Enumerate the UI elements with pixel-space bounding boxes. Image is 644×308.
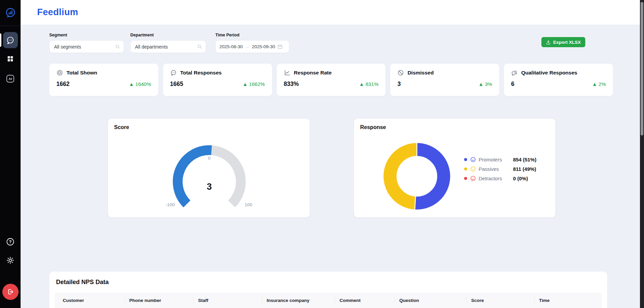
- gauge-value: 3: [207, 182, 212, 192]
- download-icon: [546, 40, 551, 45]
- svg-text:?: ?: [9, 239, 12, 244]
- legend-value: 0 (0%): [513, 176, 528, 181]
- stat-card: Qualitative Responses 6 ▲ 2%: [504, 64, 613, 96]
- stat-value: 833%: [284, 81, 299, 88]
- topbar: Feedlium: [21, 0, 644, 25]
- brand-title: Feedlium: [37, 7, 78, 18]
- active-indicator: [0, 33, 1, 47]
- export-label: Export XLSX: [553, 40, 581, 45]
- ai-icon: AI: [6, 74, 15, 83]
- department-value: All departments: [135, 44, 197, 50]
- settings-button[interactable]: [6, 256, 15, 265]
- stat-title: Response Rate: [294, 70, 332, 76]
- department-select[interactable]: All departments: [130, 40, 206, 53]
- sidebar-item-feedback[interactable]: [3, 32, 18, 48]
- logout-icon: [7, 288, 14, 296]
- sidebar-item-ai[interactable]: AI: [3, 70, 18, 87]
- donut-chart: [382, 141, 452, 211]
- segment-value: All segments: [54, 44, 115, 50]
- department-label: Department: [130, 33, 206, 37]
- frown-face-icon: [470, 176, 476, 181]
- search-icon: [115, 44, 120, 49]
- legend-dot: [464, 167, 467, 171]
- target-icon: [56, 69, 63, 76]
- column-header-insurance-company: Insurance company: [262, 292, 335, 308]
- legend-label: Promoters: [479, 157, 513, 162]
- column-header-phone-number: Phone number: [125, 292, 193, 308]
- app-logo[interactable]: [0, 0, 21, 26]
- legend-dot: [464, 158, 467, 161]
- nps-table-card: Detailed NPS Data CustomerPhone numberSt…: [49, 272, 607, 308]
- sidebar: AI ?: [0, 0, 21, 308]
- gear-icon: [6, 256, 15, 265]
- column-header-comment: Comment: [335, 292, 395, 308]
- legend-row-passives[interactable]: Passives811 (49%): [464, 164, 536, 174]
- donut-slice-promoters: [415, 143, 451, 210]
- stat-value: 1665: [170, 81, 183, 88]
- legend-value: 854 (51%): [513, 157, 536, 162]
- stat-title: Total Responses: [180, 70, 222, 76]
- help-icon: ?: [6, 238, 15, 246]
- date-range-picker[interactable]: 2025-08-30 → 2025-09-30: [215, 40, 289, 53]
- export-xlsx-button[interactable]: Export XLSX: [541, 37, 585, 47]
- gauge-chart: 0 -100 100 3: [162, 138, 257, 216]
- sidebar-nav: AI: [0, 26, 21, 87]
- ban-icon: [397, 69, 404, 76]
- stat-card: Total Responses 1665 ▲ 1662%: [163, 64, 272, 96]
- sidebar-item-dashboard[interactable]: [3, 51, 18, 67]
- table-title: Detailed NPS Data: [56, 279, 602, 286]
- stat-card: Response Rate 833% ▲ 831%: [277, 64, 386, 96]
- search-icon: [197, 44, 202, 49]
- legend-row-promoters[interactable]: Promoters854 (51%): [464, 155, 536, 164]
- stat-delta: ▲ 2%: [592, 81, 606, 87]
- neutral-face-icon: [470, 166, 476, 172]
- stats-row: Total Shown 1662 ▲ 1640% Total Responses…: [49, 64, 613, 96]
- logout-button[interactable]: [2, 284, 19, 300]
- donut-legend: Promoters854 (51%)Passives811 (49%)Detra…: [464, 155, 536, 183]
- stat-delta: ▲ 1640%: [129, 81, 151, 87]
- logo-chat-chart-icon: [4, 7, 17, 19]
- table-header-row: CustomerPhone numberStaffInsurance compa…: [55, 292, 602, 308]
- response-card: Response Promoters854 (51%)Passives811 (…: [354, 118, 556, 218]
- segment-label: Segment: [49, 33, 124, 37]
- gauge-tick-min: -100: [165, 202, 175, 207]
- range-arrow: →: [245, 44, 249, 49]
- stat-delta: ▲ 831%: [359, 81, 378, 87]
- help-button[interactable]: ?: [6, 237, 15, 246]
- legend-dot: [464, 177, 467, 180]
- stat-card: Total Shown 1662 ▲ 1640%: [49, 64, 158, 96]
- dashboard-page: AI ?: [0, 0, 644, 308]
- segment-select[interactable]: All segments: [49, 40, 124, 53]
- score-card: Score 0 -100 100 3: [108, 118, 310, 218]
- scrollbar-thumb[interactable]: [641, 2, 643, 135]
- chat-multiple-icon: [511, 69, 518, 76]
- column-header-score: Score: [466, 292, 534, 308]
- page-scrollbar: [640, 0, 644, 308]
- gauge-tick-mid: 0: [208, 156, 211, 161]
- stat-title: Dismissed: [407, 70, 434, 76]
- start-date[interactable]: 2025-08-30: [219, 44, 243, 49]
- stat-title: Total Shown: [66, 70, 97, 76]
- time-period-label: Time Period: [215, 33, 289, 37]
- stat-delta: ▲ 3%: [478, 81, 492, 87]
- time-period-filter: Time Period 2025-08-30 → 2025-09-30: [215, 33, 289, 53]
- department-filter: Department All departments: [130, 33, 206, 53]
- legend-value: 811 (49%): [513, 166, 536, 172]
- stat-delta: ▲ 1662%: [243, 81, 265, 87]
- sidebar-footer: ?: [0, 237, 21, 308]
- end-date[interactable]: 2025-09-30: [252, 44, 275, 49]
- calendar-icon: [277, 44, 283, 49]
- stat-value: 1662: [56, 81, 70, 88]
- donut-slice-passives: [383, 143, 417, 210]
- score-card-title: Score: [114, 124, 129, 130]
- legend-row-detractors[interactable]: Detractors0 (0%): [464, 174, 536, 183]
- legend-label: Detractors: [479, 176, 513, 181]
- stat-title: Qualitative Responses: [521, 70, 577, 76]
- stat-card: Dismissed 3 ▲ 3%: [390, 64, 499, 96]
- legend-label: Passives: [479, 166, 513, 172]
- smile-face-icon: [470, 157, 476, 162]
- grid-icon: [7, 55, 14, 62]
- gauge-tick-max: 100: [245, 202, 252, 207]
- stat-value: 6: [511, 81, 514, 88]
- response-card-title: Response: [360, 124, 386, 130]
